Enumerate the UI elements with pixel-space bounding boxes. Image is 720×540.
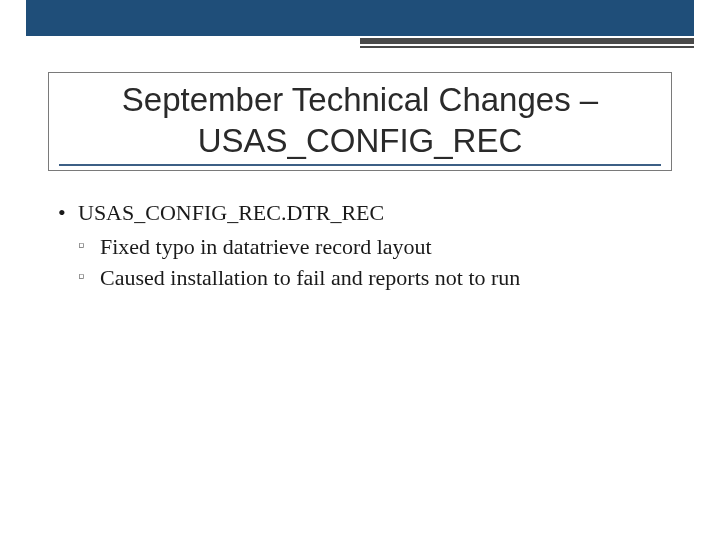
- body-content: USAS_CONFIG_REC.DTR_REC Fixed typo in da…: [58, 198, 672, 295]
- list-subitem-label: Fixed typo in datatrieve record layout: [100, 234, 432, 259]
- header-bar: [26, 0, 694, 36]
- list-item-label: USAS_CONFIG_REC.DTR_REC: [78, 200, 384, 225]
- list-item: USAS_CONFIG_REC.DTR_REC: [58, 198, 672, 228]
- slide-title: September Technical Changes – USAS_CONFI…: [59, 79, 661, 166]
- header-underline-thin: [360, 46, 694, 48]
- list-subitem: Fixed typo in datatrieve record layout: [78, 232, 672, 262]
- slide: September Technical Changes – USAS_CONFI…: [0, 0, 720, 540]
- header-underline-thick: [360, 38, 694, 44]
- list-subitem: Caused installation to fail and reports …: [78, 263, 672, 293]
- title-box: September Technical Changes – USAS_CONFI…: [48, 72, 672, 171]
- list-subitem-label: Caused installation to fail and reports …: [100, 265, 520, 290]
